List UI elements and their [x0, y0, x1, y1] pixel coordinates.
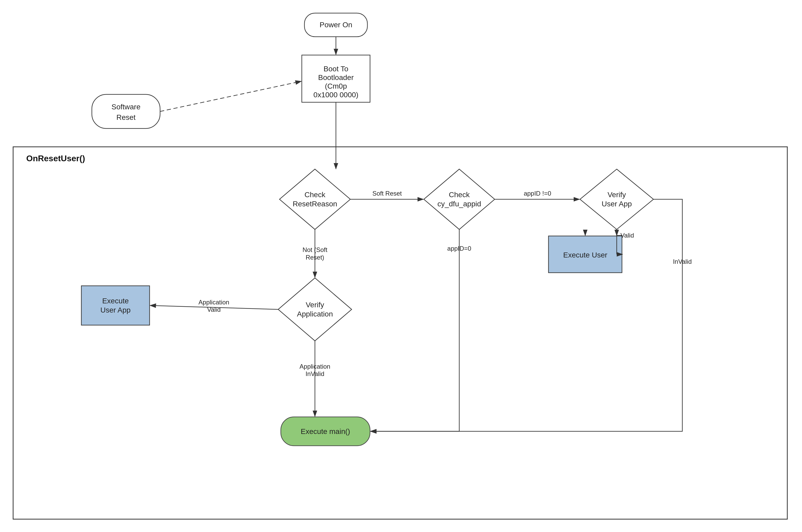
svg-text:Bootloader: Bootloader: [318, 73, 353, 81]
svg-text:User App: User App: [602, 200, 632, 208]
edge-label-appid0: appID=0: [447, 245, 471, 252]
execute-user-app-node: Execute User App: [81, 286, 150, 325]
svg-text:Execute User: Execute User: [563, 251, 607, 259]
edge-label-invalid: InValid: [673, 258, 692, 265]
svg-text:0x1000 0000): 0x1000 0000): [313, 91, 358, 99]
svg-text:cy_dfu_appid: cy_dfu_appid: [437, 200, 481, 208]
edge-label-appid-not0: appID !=0: [524, 190, 551, 197]
diagram-container: OnResetUser() Power On Software Reset Bo…: [0, 0, 802, 532]
edge-label-app-valid2: Valid: [207, 306, 221, 313]
svg-text:(Cm0p: (Cm0p: [325, 82, 347, 90]
edge-label-not-soft: Not (Soft: [303, 246, 328, 253]
svg-text:Check: Check: [449, 191, 470, 199]
boot-to-bootloader-node: Boot To Bootloader (Cm0p 0x1000 0000): [302, 55, 370, 102]
svg-text:Software: Software: [111, 103, 141, 111]
svg-rect-23: [81, 286, 150, 325]
svg-text:Application: Application: [297, 310, 333, 318]
group-label: OnResetUser(): [26, 154, 85, 163]
edge-label-app-valid: Application: [198, 299, 229, 306]
svg-text:Verify: Verify: [306, 301, 324, 309]
svg-text:User App: User App: [100, 306, 130, 314]
svg-text:Execute: Execute: [102, 297, 129, 305]
svg-text:Power On: Power On: [320, 21, 352, 29]
execute-user-node: Execute User: [548, 236, 622, 273]
edge-label-soft-reset: Soft Reset: [372, 190, 402, 197]
svg-rect-3: [92, 94, 160, 129]
execute-main-node: Execute main(): [281, 417, 370, 446]
power-on-node: Power On: [305, 13, 367, 37]
edge-label-app-invalid: Application: [299, 363, 330, 370]
edge-label-not-soft2: Reset): [306, 254, 324, 261]
svg-text:Verify: Verify: [607, 191, 626, 199]
svg-text:Reset: Reset: [116, 113, 135, 121]
svg-text:Execute main(): Execute main(): [301, 428, 350, 436]
svg-text:Boot To: Boot To: [324, 65, 348, 73]
svg-text:ResetReason: ResetReason: [293, 200, 337, 208]
svg-rect-0: [0, 0, 802, 532]
software-reset-node: Software Reset: [92, 94, 160, 129]
edge-label-valid: Valid: [620, 232, 634, 239]
svg-text:Check: Check: [305, 191, 325, 199]
edge-label-app-invalid2: InValid: [306, 370, 324, 377]
